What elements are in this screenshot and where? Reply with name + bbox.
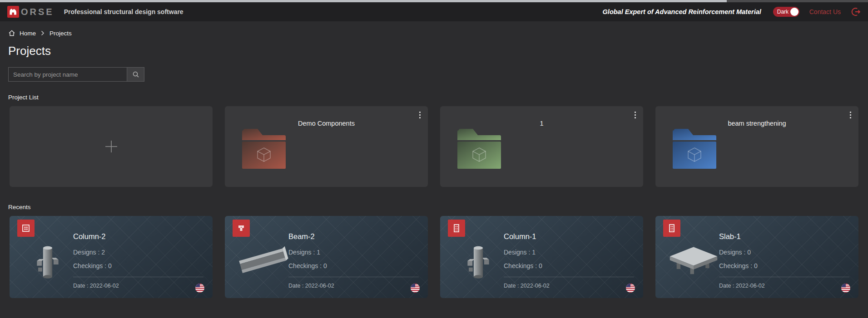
us-flag-icon: [626, 284, 635, 293]
breadcrumb-home[interactable]: Home: [20, 30, 36, 37]
checkings-count: Checkings : 0: [288, 262, 327, 269]
card-divider: [73, 277, 203, 277]
designs-count: Designs : 0: [719, 249, 751, 256]
recent-card[interactable]: Slab-1 Designs : 0 Checkings : 0 Date : …: [655, 216, 858, 298]
folder-green-icon: [457, 127, 501, 169]
search-icon: [132, 71, 139, 78]
recent-card[interactable]: Column-2 Designs : 2 Checkings : 0 Date …: [10, 216, 213, 298]
card-menu-button[interactable]: [848, 110, 853, 120]
card-date: Date : 2022-06-02: [288, 283, 334, 289]
contact-us-link[interactable]: Contact Us: [809, 8, 841, 15]
card-divider: [504, 277, 634, 277]
checkings-count: Checkings : 0: [73, 262, 112, 269]
project-list-label: Project List: [8, 94, 868, 101]
designs-count: Designs : 1: [504, 249, 536, 256]
app-header: ORSE Professional structural design soft…: [0, 2, 868, 21]
card-menu-button[interactable]: [633, 110, 637, 120]
column-3d-render: [22, 234, 73, 291]
recent-name: Column-1: [504, 232, 536, 241]
horizontal-scrollbar[interactable]: [0, 0, 868, 2]
app-logo[interactable]: ORSE: [7, 6, 54, 18]
slab-3d-render: [668, 234, 719, 291]
checkings-count: Checkings : 0: [504, 262, 542, 269]
project-grid: Demo Components 1: [10, 106, 858, 187]
beam-3d-render: [238, 234, 288, 291]
folder-blue-icon: [673, 127, 716, 169]
search-bar: [8, 67, 868, 82]
card-date: Date : 2022-06-02: [504, 283, 550, 289]
us-flag-icon: [411, 284, 420, 293]
page-title: Projects: [8, 44, 868, 58]
chevron-right-icon: [41, 30, 45, 36]
card-divider: [288, 277, 419, 277]
card-date: Date : 2022-06-02: [719, 283, 765, 289]
recent-name: Column-2: [73, 232, 106, 241]
logout-icon[interactable]: [851, 7, 861, 17]
recent-card[interactable]: Beam-2 Designs : 1 Checkings : 0 Date : …: [225, 216, 428, 298]
recent-name: Slab-1: [719, 232, 741, 241]
card-menu-button[interactable]: [418, 110, 422, 120]
project-name: Demo Components: [225, 120, 428, 127]
project-card[interactable]: 1: [440, 106, 643, 187]
designs-count: Designs : 2: [73, 249, 105, 256]
column-3d-render: [453, 234, 504, 291]
checkings-count: Checkings : 0: [719, 262, 758, 269]
scrollbar-thumb[interactable]: [0, 0, 727, 2]
card-divider: [719, 277, 849, 277]
card-date: Date : 2022-06-02: [73, 283, 119, 289]
project-card[interactable]: Demo Components: [225, 106, 428, 187]
recent-name: Beam-2: [288, 232, 315, 241]
search-button[interactable]: [127, 67, 144, 82]
theme-toggle[interactable]: Dark: [773, 7, 799, 17]
folder-red-icon: [242, 127, 286, 169]
theme-toggle-knob: [790, 8, 799, 16]
header-slogan: Global Expert of Advanced Reinforcement …: [603, 8, 761, 15]
project-name: 1: [440, 120, 643, 127]
recent-card[interactable]: Column-1 Designs : 1 Checkings : 0 Date …: [440, 216, 643, 298]
home-icon: [8, 29, 15, 37]
breadcrumb: Home Projects: [8, 29, 868, 37]
plus-icon: [104, 140, 118, 153]
app-tagline: Professional structural design software: [64, 8, 184, 15]
recents-label: Recents: [8, 204, 868, 210]
project-card[interactable]: beam strengthening: [655, 106, 858, 187]
designs-count: Designs : 1: [288, 249, 320, 256]
us-flag-icon: [841, 284, 850, 293]
logo-text: ORSE: [21, 7, 54, 16]
theme-toggle-label: Dark: [773, 9, 789, 15]
breadcrumb-current: Projects: [50, 30, 72, 37]
search-input[interactable]: [8, 67, 127, 82]
add-project-card[interactable]: [10, 106, 213, 187]
recents-grid: Column-2 Designs : 2 Checkings : 0 Date …: [10, 216, 858, 298]
horse-logo-icon: [7, 6, 19, 18]
project-name: beam strengthening: [655, 120, 858, 127]
us-flag-icon: [195, 284, 204, 293]
